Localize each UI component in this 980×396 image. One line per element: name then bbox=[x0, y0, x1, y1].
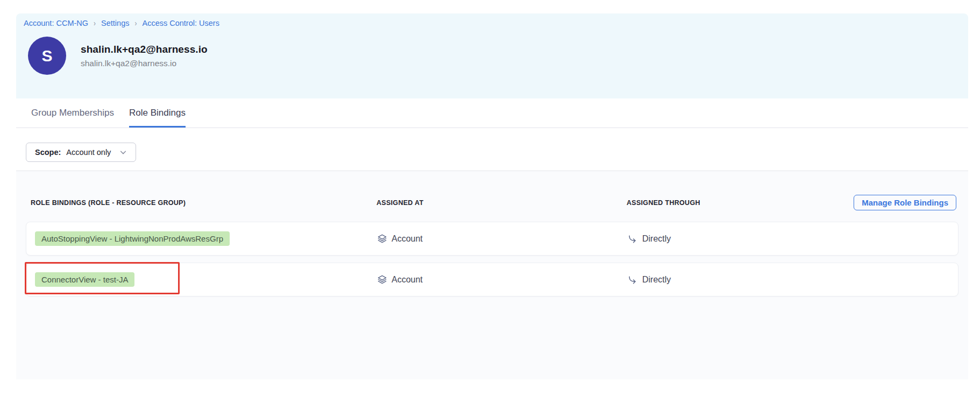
scope-dropdown-label: Scope: bbox=[35, 148, 61, 157]
tab-group-memberships[interactable]: Group Memberships bbox=[31, 98, 114, 128]
assigned-through-cell: Directly bbox=[627, 274, 958, 285]
tab-role-bindings[interactable]: Role Bindings bbox=[129, 98, 186, 128]
scope-dropdown-value: Account only bbox=[66, 148, 111, 157]
assigned-at-text: Account bbox=[392, 275, 423, 285]
assigned-at-text: Account bbox=[392, 234, 423, 244]
chevron-down-icon bbox=[119, 148, 127, 156]
table-body: AutoStoppingView - LightwingNonProdAwsRe… bbox=[16, 210, 968, 296]
breadcrumb-settings-link[interactable]: Settings bbox=[101, 19, 129, 27]
column-header-role-bindings: ROLE BINDINGS (ROLE - RESOURCE GROUP) bbox=[31, 199, 377, 207]
assigned-through-text: Directly bbox=[642, 275, 671, 285]
table-header-row: ROLE BINDINGS (ROLE - RESOURCE GROUP) AS… bbox=[16, 171, 968, 210]
role-binding-badge: ConnectorView - test-JA bbox=[35, 272, 134, 287]
user-email: shalin.lk+qa2@harness.io bbox=[81, 59, 208, 68]
content-panel: Account: CCM-NG › Settings › Access Cont… bbox=[16, 13, 968, 379]
breadcrumb-access-control-users-link[interactable]: Access Control: Users bbox=[142, 19, 219, 27]
user-title: shalin.lk+qa2@harness.io bbox=[81, 44, 208, 55]
assigned-through-cell: Directly bbox=[627, 234, 958, 244]
manage-role-bindings-button[interactable]: Manage Role Bindings bbox=[854, 195, 956, 210]
filter-row: Scope: Account only bbox=[16, 128, 968, 171]
column-header-assigned-through: ASSIGNED THROUGH bbox=[627, 199, 854, 207]
assigned-through-text: Directly bbox=[642, 234, 671, 244]
table-row[interactable]: AutoStoppingView - LightwingNonProdAwsRe… bbox=[26, 222, 958, 256]
user-summary: S shalin.lk+qa2@harness.io shalin.lk+qa2… bbox=[28, 37, 968, 75]
role-binding-badge: AutoStoppingView - LightwingNonProdAwsRe… bbox=[35, 231, 230, 246]
table-row[interactable]: ConnectorView - test-JA Account Directly bbox=[26, 263, 958, 296]
column-header-assigned-at: ASSIGNED AT bbox=[377, 199, 627, 207]
user-detail-header: Account: CCM-NG › Settings › Access Cont… bbox=[16, 13, 968, 98]
user-identity: shalin.lk+qa2@harness.io shalin.lk+qa2@h… bbox=[81, 44, 208, 68]
role-bindings-section: ROLE BINDINGS (ROLE - RESOURCE GROUP) AS… bbox=[16, 171, 968, 379]
user-detail-tabs: Group Memberships Role Bindings bbox=[16, 98, 968, 128]
page: Account: CCM-NG › Settings › Access Cont… bbox=[0, 0, 980, 396]
breadcrumb-separator-icon: › bbox=[134, 19, 137, 28]
breadcrumb-separator-icon: › bbox=[94, 19, 96, 28]
branch-arrow-icon bbox=[627, 234, 638, 244]
assigned-at-cell: Account bbox=[377, 234, 627, 244]
layers-icon bbox=[377, 234, 387, 244]
layers-icon bbox=[377, 274, 387, 285]
role-binding-cell: ConnectorView - test-JA bbox=[35, 272, 377, 287]
breadcrumb: Account: CCM-NG › Settings › Access Cont… bbox=[24, 19, 968, 27]
assigned-at-cell: Account bbox=[377, 274, 627, 285]
breadcrumb-account-link[interactable]: Account: CCM-NG bbox=[24, 19, 88, 27]
role-binding-cell: AutoStoppingView - LightwingNonProdAwsRe… bbox=[35, 231, 377, 246]
branch-arrow-icon bbox=[627, 274, 638, 285]
avatar: S bbox=[28, 37, 66, 75]
scope-dropdown[interactable]: Scope: Account only bbox=[26, 143, 136, 162]
